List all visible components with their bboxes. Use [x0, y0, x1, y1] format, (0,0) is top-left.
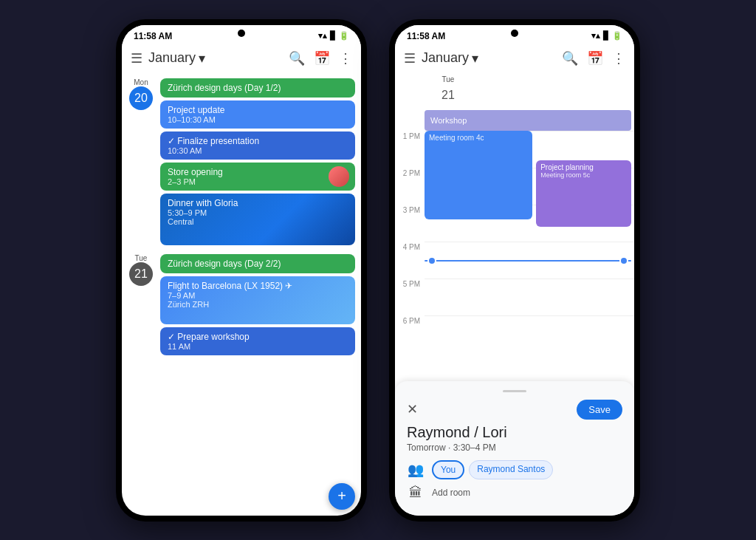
app-header-left: ☰ January ▾ 🔍 📅 ⋮: [122, 44, 361, 72]
camera-dot: [238, 30, 245, 37]
day-num-tue: 21: [129, 262, 153, 286]
day-col-name: Tue: [442, 75, 455, 83]
event-time: 10–10:30 AM: [168, 115, 348, 124]
phone-left-inner: 11:58 AM ▾▴ ▊ 🔋 ☰ January ▾ 🔍 📅 ⋮: [122, 25, 361, 516]
camera-dot-right: [511, 30, 518, 37]
day-col-num: 21: [436, 83, 460, 107]
project-planning-title: Project planning: [540, 163, 627, 171]
project-planning-subtitle: Meeting room 5c: [540, 171, 627, 179]
wifi-icon-r: ▾▴: [591, 31, 600, 41]
dropdown-arrow-right: ▾: [472, 50, 478, 66]
event-location: Central: [168, 217, 303, 226]
event-title: ✓ Prepare workshop: [168, 332, 348, 342]
event-title: Project update: [168, 105, 348, 115]
calendar-list: Mon 20 Zürich design days (Day 1/2) Proj…: [122, 72, 361, 516]
day-section-mon: Mon 20 Zürich design days (Day 1/2) Proj…: [122, 75, 361, 248]
header-title-left[interactable]: January ▾: [148, 50, 283, 66]
event-meeting-room[interactable]: Meeting room 4c: [425, 131, 532, 219]
time-label-2pm: 2 PM: [395, 168, 425, 177]
event-title: Flight to Barcelona (LX 1952) ✈: [168, 281, 303, 291]
event-time: 10:30 AM: [168, 146, 348, 155]
day-view: Tue 21 Workshop 1 PM: [395, 72, 634, 516]
add-room-label[interactable]: Add room: [432, 488, 470, 498]
header-actions-left: 🔍 📅 ⋮: [289, 50, 352, 66]
day-num-mon: 20: [129, 86, 153, 110]
panel-drag-handle[interactable]: [503, 390, 526, 392]
signal-icon-r: ▊: [603, 31, 609, 41]
day-header-row: Tue 21: [395, 72, 634, 110]
people-icon: 👥: [407, 462, 425, 478]
building-icon: 🏛: [407, 485, 425, 501]
event-zurich-2[interactable]: Zürich design days (Day 2/2): [160, 254, 355, 273]
fab-add[interactable]: +: [329, 483, 355, 510]
event-location: Zürich ZRH: [168, 300, 303, 309]
header-title-right[interactable]: January ▾: [422, 50, 556, 66]
panel-title: Raymond / Lori: [407, 424, 622, 441]
event-flight[interactable]: Flight to Barcelona (LX 1952) ✈ 7–9 AM Z…: [160, 276, 355, 324]
battery-icon-r: 🔋: [612, 31, 622, 41]
menu-icon-left[interactable]: ☰: [131, 50, 142, 66]
time-label-6pm: 6 PM: [395, 315, 425, 325]
event-store-opening[interactable]: Store opening 2–3 PM: [160, 163, 355, 191]
event-avatar: [329, 166, 349, 187]
close-button[interactable]: ✕: [407, 401, 418, 417]
event-zurich-1[interactable]: Zürich design days (Day 1/2): [160, 78, 355, 98]
attendee-you[interactable]: You: [432, 460, 464, 479]
events-col-mon: Zürich design days (Day 1/2) Project upd…: [160, 78, 355, 245]
save-button[interactable]: Save: [577, 400, 622, 420]
status-icons-left: ▾▴ ▊ 🔋: [318, 31, 349, 41]
event-project-planning[interactable]: Project planning Meeting room 5c: [536, 160, 631, 227]
time-label-4pm: 4 PM: [395, 242, 425, 251]
time-grid: Workshop 1 PM 2 PM 3 PM: [395, 110, 634, 381]
day-section-tue: Tue 21 Zürich design days (Day 2/2) Flig…: [122, 251, 361, 358]
panel-subtitle: Tomorrow · 3:30–4 PM: [407, 442, 622, 453]
resize-bar: [425, 260, 631, 262]
phone-right: 11:58 AM ▾▴ ▊ 🔋 ☰ January ▾ 🔍 📅 ⋮: [389, 19, 640, 522]
events-overlay: Meeting room 4c Project planning Meeting…: [425, 131, 631, 381]
resize-dot-left[interactable]: [427, 256, 436, 265]
battery-icon: 🔋: [339, 31, 349, 41]
day-label-tue: Tue 21: [128, 254, 154, 286]
phone-left: 11:58 AM ▾▴ ▊ 🔋 ☰ January ▾ 🔍 📅 ⋮: [116, 19, 367, 522]
phones-container: 11:58 AM ▾▴ ▊ 🔋 ☰ January ▾ 🔍 📅 ⋮: [116, 19, 640, 522]
time-label-5pm: 5 PM: [395, 278, 425, 288]
attendees-row: 👥 You Raymond Santos: [407, 460, 622, 479]
event-title: Zürich design days (Day 1/2): [168, 83, 348, 93]
event-title: Zürich design days (Day 2/2): [168, 259, 348, 269]
calendar-icon-left[interactable]: 📅: [314, 50, 330, 66]
status-time-left: 11:58 AM: [134, 31, 172, 41]
day-name-tue: Tue: [135, 254, 148, 262]
event-prepare[interactable]: ✓ Prepare workshop 11 AM: [160, 327, 355, 355]
time-label-1pm: 1 PM: [395, 131, 425, 140]
status-icons-right: ▾▴ ▊ 🔋: [591, 31, 622, 41]
more-icon-left[interactable]: ⋮: [339, 50, 352, 66]
event-project-update[interactable]: Project update 10–10:30 AM: [160, 100, 355, 129]
event-finalize[interactable]: ✓ Finalize presentation 10:30 AM: [160, 131, 355, 160]
status-time-right: 11:58 AM: [407, 31, 445, 41]
resize-dot-right[interactable]: [619, 256, 628, 265]
event-title: Dinner with Gloria: [168, 198, 303, 208]
menu-icon-right[interactable]: ☰: [404, 50, 416, 66]
event-title: ✓ Finalize presentation: [168, 136, 348, 146]
search-icon-right[interactable]: 🔍: [562, 50, 578, 66]
event-dinner[interactable]: Dinner with Gloria 5:30–9 PM Central: [160, 194, 355, 245]
bottom-panel: ✕ Save Raymond / Lori Tomorrow · 3:30–4 …: [395, 381, 634, 516]
wifi-icon: ▾▴: [318, 31, 327, 41]
event-time: 7–9 AM: [168, 291, 303, 300]
day-col-header: Tue 21: [436, 75, 460, 107]
signal-icon: ▊: [330, 31, 336, 41]
events-col-tue: Zürich design days (Day 2/2) Flight to B…: [160, 254, 355, 355]
day-name-mon: Mon: [134, 78, 148, 86]
event-time: 2–3 PM: [168, 177, 223, 186]
event-workshop[interactable]: Workshop: [425, 110, 631, 131]
app-header-right: ☰ January ▾ 🔍 📅 ⋮: [395, 44, 634, 72]
search-icon-left[interactable]: 🔍: [289, 50, 305, 66]
workshop-title: Workshop: [430, 116, 467, 125]
time-label-3pm: 3 PM: [395, 205, 425, 214]
event-time: 11 AM: [168, 342, 348, 351]
calendar-icon-right[interactable]: 📅: [587, 50, 603, 66]
more-icon-right[interactable]: ⋮: [612, 50, 625, 66]
attendee-raymond[interactable]: Raymond Santos: [469, 460, 553, 479]
add-room-row: 🏛 Add room: [407, 485, 622, 501]
event-time: 5:30–9 PM: [168, 208, 303, 217]
